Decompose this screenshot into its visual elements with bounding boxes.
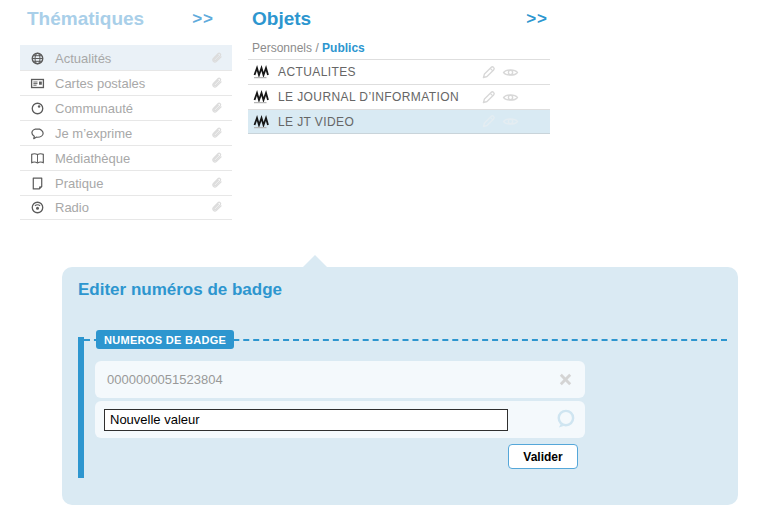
sidebar-item-label: Actualités xyxy=(55,51,209,66)
sidebar-item-label: Communauté xyxy=(55,101,209,116)
scribble-icon xyxy=(253,114,271,130)
sidebar-item-label: Radio xyxy=(55,200,209,215)
object-item-label: LE JT VIDEO xyxy=(278,115,480,129)
scribble-icon xyxy=(253,64,271,80)
valider-button[interactable]: Valider xyxy=(508,444,578,469)
scribble-icon xyxy=(253,89,271,105)
pencil-icon[interactable] xyxy=(480,113,497,130)
object-item-actions xyxy=(480,64,520,81)
sidebar-item-label: Cartes postales xyxy=(55,76,209,91)
object-item-actions xyxy=(480,113,520,130)
paperclip-icon[interactable] xyxy=(209,151,224,166)
delete-cross-icon[interactable] xyxy=(556,370,575,389)
sidebar-item-actualites[interactable]: Actualités xyxy=(20,45,232,70)
fieldset-accent-bar xyxy=(78,337,84,478)
badge-value-row: 0000000051523804 xyxy=(95,361,585,398)
badge-editor-panel: Editer numéros de badge NUMEROS DE BADGE… xyxy=(62,267,738,505)
page-icon xyxy=(30,176,45,191)
breadcrumb: Personnels / Publics xyxy=(252,41,365,55)
eye-icon[interactable] xyxy=(501,113,520,130)
pencil-icon[interactable] xyxy=(480,89,497,106)
object-item-actualites[interactable]: ACTUALITES xyxy=(248,59,550,84)
paperclip-icon[interactable] xyxy=(209,76,224,91)
new-badge-row xyxy=(95,401,585,438)
object-item-label: LE JOURNAL D’INFORMATION xyxy=(278,90,480,104)
thematiques-title: Thématiques xyxy=(20,8,144,30)
thematiques-expand-button[interactable]: >> xyxy=(192,8,214,30)
objets-title: Objets xyxy=(248,8,311,30)
panel-pointer-arrow xyxy=(302,255,328,268)
objets-list: ACTUALITESLE JOURNAL D’INFORMATIONLE JT … xyxy=(248,59,550,134)
postcard-icon xyxy=(30,76,45,91)
sidebar-item-cartes-postales[interactable]: Cartes postales xyxy=(20,70,232,95)
eye-icon[interactable] xyxy=(501,89,520,106)
paperclip-icon[interactable] xyxy=(209,126,224,141)
badge-value: 0000000051523804 xyxy=(107,372,556,387)
paperclip-icon[interactable] xyxy=(209,176,224,191)
fieldset-legend: NUMEROS DE BADGE xyxy=(96,330,234,349)
screen: Thématiques >> ActualitésCartes postales… xyxy=(0,0,762,525)
eye-icon[interactable] xyxy=(501,64,520,81)
thematiques-list: ActualitésCartes postalesCommunautéJe m’… xyxy=(20,45,232,220)
sidebar-item-label: Je m’exprime xyxy=(55,126,209,141)
object-item-le-jt-video[interactable]: LE JT VIDEO xyxy=(248,109,550,134)
radio-icon xyxy=(30,200,45,215)
object-item-label: ACTUALITES xyxy=(278,65,480,79)
breadcrumb-current[interactable]: Publics xyxy=(322,41,365,55)
community-icon xyxy=(30,101,45,116)
sidebar-item-mediatheque[interactable]: Médiathèque xyxy=(20,145,232,170)
new-badge-input[interactable] xyxy=(104,409,508,431)
breadcrumb-separator: / xyxy=(312,41,322,55)
breadcrumb-parent[interactable]: Personnels xyxy=(252,41,312,55)
sidebar-item-communaute[interactable]: Communauté xyxy=(20,95,232,120)
sidebar-item-label: Médiathèque xyxy=(55,151,209,166)
sidebar-item-label: Pratique xyxy=(55,176,209,191)
sidebar-item-je-m-exprime[interactable]: Je m’exprime xyxy=(20,120,232,145)
objets-expand-button[interactable]: >> xyxy=(526,8,548,30)
paperclip-icon[interactable] xyxy=(209,200,224,215)
editor-title: Editer numéros de badge xyxy=(78,280,282,300)
comment-bubble-icon[interactable] xyxy=(554,408,577,431)
speech-bubble-icon xyxy=(30,126,45,141)
book-icon xyxy=(30,151,45,166)
paperclip-icon[interactable] xyxy=(209,101,224,116)
paperclip-icon[interactable] xyxy=(209,51,224,66)
object-item-actions xyxy=(480,89,520,106)
globe-icon xyxy=(30,51,45,66)
object-item-le-journal-d-information[interactable]: LE JOURNAL D’INFORMATION xyxy=(248,84,550,109)
pencil-icon[interactable] xyxy=(480,64,497,81)
sidebar-item-pratique[interactable]: Pratique xyxy=(20,170,232,195)
sidebar-item-radio[interactable]: Radio xyxy=(20,195,232,220)
